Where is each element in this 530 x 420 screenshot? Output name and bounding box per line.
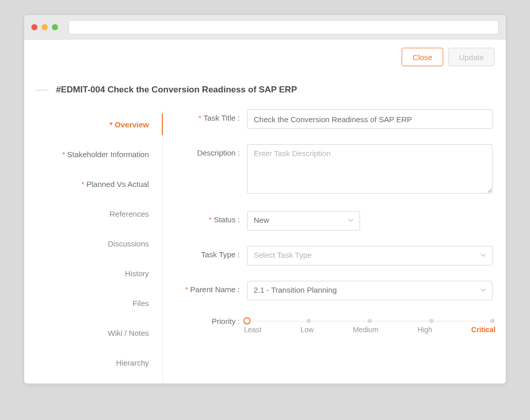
priority-tick-medium[interactable] [368, 319, 372, 323]
sidebar-item-label: Discussions [108, 239, 149, 248]
title-dash [35, 90, 49, 90]
page-title: #EDMIT-004 Check the Conversion Readines… [56, 85, 297, 95]
label-description: Description : [181, 144, 247, 157]
sidebar-item-label: Hierarchy [116, 358, 149, 367]
sidebar-item-discussions[interactable]: Discussions [35, 228, 162, 258]
priority-tick-critical[interactable] [490, 319, 495, 323]
priority-label-least: Least [244, 326, 261, 334]
row-parent-name: *Parent Name : 2.1 - Transition Planning [181, 281, 493, 300]
row-task-title: *Task Title : [181, 109, 493, 129]
content-area: Close Update #EDMIT-004 Check the Conver… [24, 40, 506, 384]
sidebar-item-planned[interactable]: * Planned Vs Actual [35, 169, 162, 199]
sidebar-item-overview[interactable]: * Overview [35, 109, 162, 139]
required-asterisk: * [185, 285, 188, 294]
row-status: *Status : New [181, 211, 493, 231]
label-priority: Priority : [181, 316, 247, 326]
description-textarea[interactable] [247, 144, 493, 194]
label-text: Task Title : [203, 113, 240, 122]
required-asterisk: * [62, 150, 65, 159]
priority-label-medium: Medium [353, 326, 378, 334]
priority-label-critical: Critical [471, 326, 496, 334]
titlebar [24, 15, 506, 40]
sidebar-item-label: History [125, 269, 149, 278]
sidebar-item-references[interactable]: References [35, 199, 162, 228]
label-status: *Status : [181, 211, 247, 224]
priority-tick-least[interactable] [243, 317, 251, 324]
label-text: Task Type : [201, 250, 240, 259]
label-task-type: Task Type : [181, 246, 247, 259]
label-text: Priority : [212, 317, 240, 326]
sidebar-item-wiki[interactable]: Wiki / Notes [35, 318, 162, 348]
sidebar-item-label: Files [132, 299, 149, 308]
label-text: Description : [197, 148, 240, 157]
window-minimize-dot[interactable] [42, 24, 48, 30]
close-button[interactable]: Close [402, 48, 443, 66]
sidebar-item-label: References [109, 209, 149, 218]
required-asterisk: * [209, 215, 212, 224]
sidebar: * Overview * Stakeholder Information * P… [35, 109, 163, 384]
sidebar-item-hierarchy[interactable]: Hierarchy [35, 348, 162, 377]
priority-tick-high[interactable] [429, 319, 433, 323]
label-text: Parent Name : [190, 285, 240, 294]
row-task-type: Task Type : Select Task Type [181, 246, 493, 265]
update-button[interactable]: Update [448, 48, 495, 66]
sidebar-item-label: Stakeholder Information [67, 150, 149, 159]
form: *Task Title : Description : [163, 109, 495, 384]
browser-window: Close Update #EDMIT-004 Check the Conver… [24, 14, 506, 384]
main-grid: * Overview * Stakeholder Information * P… [35, 109, 495, 384]
sidebar-item-files[interactable]: Files [35, 288, 162, 318]
sidebar-item-stakeholder[interactable]: * Stakeholder Information [35, 139, 162, 169]
sidebar-item-history[interactable]: History [35, 258, 162, 288]
window-close-dot[interactable] [31, 24, 37, 30]
task-type-select[interactable]: Select Task Type [247, 246, 493, 265]
status-select[interactable]: New [247, 211, 360, 231]
window-maximize-dot[interactable] [52, 24, 58, 30]
sidebar-item-label: Overview [115, 120, 149, 129]
action-row: Close Update [35, 48, 495, 66]
required-asterisk: * [81, 180, 84, 188]
label-parent-name: *Parent Name : [181, 281, 247, 294]
parent-name-select[interactable]: 2.1 - Transition Planning [247, 281, 493, 300]
required-asterisk: * [198, 113, 201, 122]
required-asterisk: * [109, 120, 112, 129]
priority-label-low: Low [300, 326, 314, 334]
priority-tick-low[interactable] [307, 319, 311, 323]
priority-slider[interactable]: Least Low Medium High Critical [247, 316, 493, 334]
slider-track [247, 321, 493, 321]
label-task-title: *Task Title : [181, 109, 247, 122]
task-title-input[interactable] [247, 109, 493, 129]
row-description: Description : [181, 144, 493, 196]
row-priority: Priority : Least Low M [181, 316, 493, 334]
title-row: #EDMIT-004 Check the Conversion Readines… [35, 85, 495, 95]
label-text: Status : [214, 215, 240, 224]
priority-label-high: High [418, 326, 432, 334]
url-bar[interactable] [68, 20, 499, 34]
sidebar-item-label: Wiki / Notes [108, 329, 149, 337]
priority-labels: Least Low Medium High Critical [247, 326, 493, 334]
sidebar-item-label: Planned Vs Actual [86, 180, 149, 188]
